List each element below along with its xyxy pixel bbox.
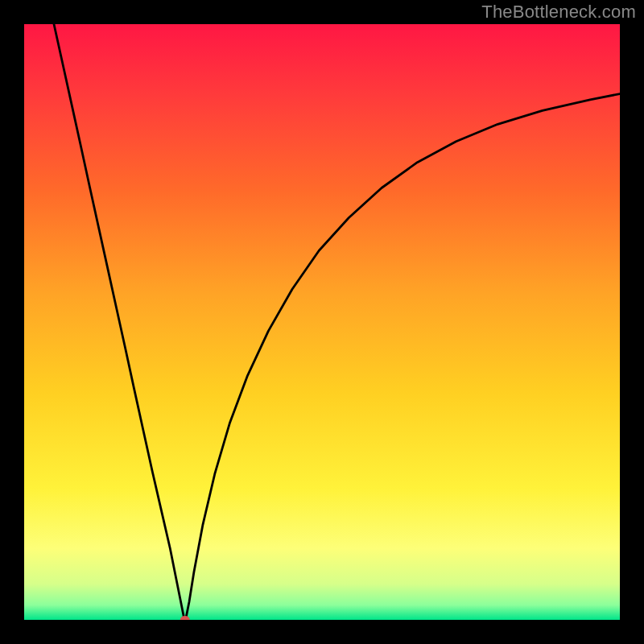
plot-svg: [24, 24, 620, 620]
plot-area: [24, 24, 620, 620]
chart-frame: TheBottleneck.com: [0, 0, 644, 644]
watermark-text: TheBottleneck.com: [481, 2, 636, 23]
